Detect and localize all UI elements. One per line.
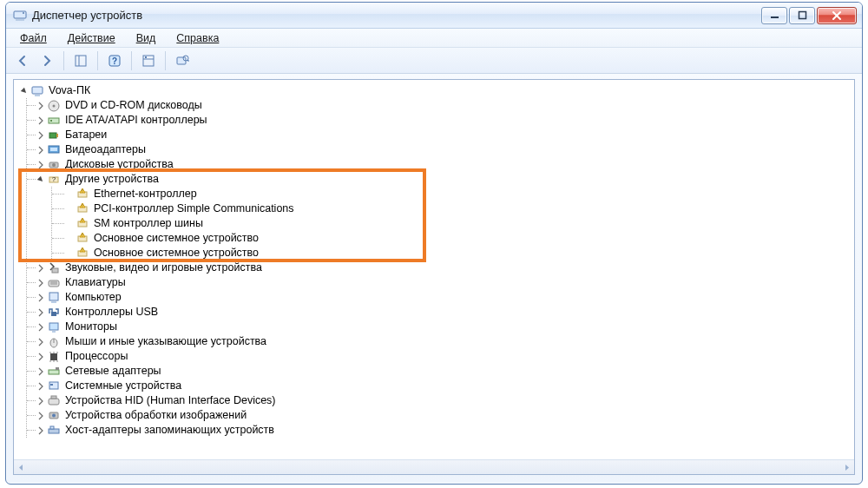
back-button[interactable] [11,49,34,72]
svg-rect-5 [76,56,86,66]
expander-expand-icon[interactable] [36,98,46,113]
close-button[interactable] [817,7,857,24]
expander-collapse-icon[interactable] [36,172,46,187]
tree-category-label: Клавиатуры [63,275,128,290]
tree-device-label: Основное системное устройство [92,246,260,260]
expander-expand-icon[interactable] [36,320,46,334]
device-manager-window: Диспетчер устройств Файл Действие Вид Сп… [5,2,863,485]
svg-rect-57 [49,370,59,374]
expander-none [64,187,75,201]
svg-rect-39 [52,268,58,273]
tree-category[interactable]: Дисковые устройства [27,157,851,172]
help-button[interactable]: ? [103,49,126,72]
tree-root[interactable]: Vova-ПК DVD и CD-ROM дисководыIDE ATA/AT… [19,83,851,438]
tree-category-label: Контроллеры USB [63,305,160,320]
tree-category[interactable]: Устройства HID (Human Interface Devices) [27,393,851,408]
svg-point-64 [52,413,56,417]
tree-category-label: Другие устройства [63,172,161,187]
toolbar-separator [165,51,166,70]
device-tree[interactable]: Vova-ПК DVD и CD-ROM дисководыIDE ATA/AT… [14,80,854,459]
tree-category[interactable]: Видеоадаптеры [27,142,851,157]
expander-expand-icon[interactable] [36,364,46,379]
expander-expand-icon[interactable] [36,142,46,157]
svg-rect-21 [49,133,56,138]
properties-button[interactable] [137,49,160,72]
expander-expand-icon[interactable] [36,408,46,423]
unknown-device-warning-icon: ! [76,232,89,246]
svg-rect-0 [14,11,26,18]
tree-category[interactable]: IDE ATA/ATAPI контроллеры [27,113,851,128]
tree-category[interactable]: Контроллеры USB [27,305,851,320]
tree-category[interactable]: Звуковые, видео и игровые устройства [27,260,851,275]
svg-line-14 [187,60,189,62]
svg-text:!: ! [82,232,82,237]
svg-text:!: ! [82,217,82,222]
menu-view[interactable]: Вид [128,30,165,46]
svg-point-2 [23,12,24,14]
expander-expand-icon[interactable] [36,393,46,408]
tree-category[interactable]: Системные устройства [27,379,851,393]
expander-expand-icon[interactable] [36,113,46,128]
toolbar-separator [97,51,98,70]
minimize-button[interactable] [761,7,787,24]
svg-rect-16 [35,95,40,96]
expander-expand-icon[interactable] [36,423,46,438]
tree-category[interactable]: ?Другие устройства!Ethernet-контроллер!P… [27,172,851,260]
titlebar: Диспетчер устройств [6,3,862,29]
tree-category[interactable]: Сетевые адаптеры [27,364,851,379]
tree-category[interactable]: DVD и CD-ROM дисководы [27,98,851,113]
scan-hardware-button[interactable] [171,49,194,72]
tree-category[interactable]: Хост-адаптеры запоминающих устройств [27,423,851,438]
unknown-device-warning-icon: ! [76,188,89,201]
tree-category[interactable]: Мыши и иные указывающие устройства [27,334,851,349]
tree-category-label: Видеоадаптеры [63,142,148,157]
svg-rect-58 [56,367,59,370]
menu-file[interactable]: Файл [11,30,56,46]
tree-device-label: Основное системное устройство [92,231,260,246]
device-category-icon [47,409,61,423]
expander-expand-icon[interactable] [36,275,46,290]
tree-category[interactable]: Мониторы [27,320,851,334]
horizontal-scrollbar[interactable] [14,459,854,474]
expander-collapse-icon[interactable] [19,83,30,98]
expander-expand-icon[interactable] [36,128,46,142]
tree-category-label: Системные устройства [63,379,183,393]
tree-category[interactable]: Процессоры [27,349,851,364]
tree-category[interactable]: Клавиатуры [27,275,851,290]
maximize-button[interactable] [789,7,815,24]
show-hide-console-tree-button[interactable] [69,49,92,72]
tree-device[interactable]: !Основное системное устройство [52,246,851,260]
forward-button[interactable] [36,49,58,72]
tree-category-label: IDE ATA/ATAPI контроллеры [63,113,209,128]
expander-expand-icon[interactable] [36,379,46,393]
scroll-right-icon[interactable] [839,460,854,475]
svg-rect-4 [799,12,806,19]
device-category-icon [47,291,61,305]
tree-category-label: Устройства HID (Human Interface Devices) [63,393,278,408]
expander-expand-icon[interactable] [36,260,46,275]
tree-device[interactable]: !PCI-контроллер Simple Communications [52,201,851,216]
menu-action[interactable]: Действие [59,30,124,46]
expander-expand-icon[interactable] [36,305,46,320]
scroll-track[interactable] [29,460,839,474]
tree-category[interactable]: Компьютер [27,290,851,305]
tree-category[interactable]: Устройства обработки изображений [27,408,851,423]
svg-rect-19 [49,118,59,123]
menu-help[interactable]: Справка [168,30,227,46]
tree-category[interactable]: Батареи [27,128,851,142]
svg-rect-1 [16,19,24,21]
tree-category-label: DVD и CD-ROM дисководы [63,98,204,113]
tree-device[interactable]: !Основное системное устройство [52,231,851,246]
svg-text:!: ! [82,202,82,208]
expander-expand-icon[interactable] [36,290,46,305]
svg-text:?: ? [52,175,56,183]
tree-device[interactable]: !Ethernet-контроллер [52,187,851,201]
expander-expand-icon[interactable] [36,349,46,364]
expander-expand-icon[interactable] [36,334,46,349]
expander-expand-icon[interactable] [36,157,46,172]
tree-device-label: SM контроллер шины [92,216,205,231]
tree-device[interactable]: !SM контроллер шины [52,216,851,231]
tree-category-label: Звуковые, видео и игровые устройства [63,260,264,275]
device-category-icon [47,394,61,408]
scroll-left-icon[interactable] [14,460,29,475]
